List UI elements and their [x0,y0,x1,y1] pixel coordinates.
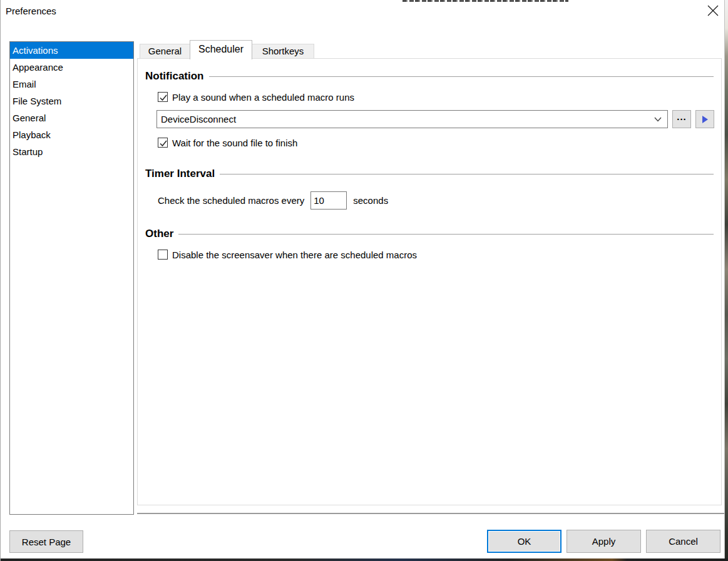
sidebar-item-activations[interactable]: Activations [10,42,133,59]
section-divider [209,76,714,77]
footer-buttons: OK Apply Cancel [487,530,720,553]
play-sound-preview-button[interactable] [695,110,714,128]
tab-shortkeys[interactable]: Shortkeys [252,44,314,59]
background-screen-edge-bottom [1,558,728,561]
background-window-text-clipped [402,0,568,2]
tab-scheduler[interactable]: Scheduler [190,40,252,59]
chevron-down-icon[interactable] [649,117,667,122]
sound-file-combobox[interactable]: DeviceDisconnect [156,110,668,128]
sidebar-item-general[interactable]: General [10,109,133,126]
preferences-dialog: Preferences Activations Appearance Email… [0,0,728,561]
screensaver-label: Disable the screensaver when there are s… [172,250,417,260]
notification-section-header: Notification [145,70,714,83]
sidebar-item-playback[interactable]: Playback [10,126,133,143]
sidebar-item-appearance[interactable]: Appearance [10,59,133,76]
reset-page-button[interactable]: Reset Page [9,530,83,553]
wait-sound-checkbox[interactable] [158,138,168,148]
timer-interval-section-header: Timer Interval [145,168,714,180]
sound-file-row: DeviceDisconnect ... [156,110,721,128]
cancel-button[interactable]: Cancel [646,530,720,553]
tab-general[interactable]: General [140,44,190,59]
timer-interval-input[interactable] [310,191,347,210]
sidebar-item-startup[interactable]: Startup [10,143,133,160]
ok-button[interactable]: OK [487,530,561,553]
category-list: Activations Appearance Email File System… [9,41,134,515]
play-sound-row: Play a sound when a scheduled macro runs [158,91,721,103]
close-icon [707,5,719,19]
other-section-header: Other [145,228,714,240]
timer-interval-row: Check the scheduled macros every seconds [158,191,721,210]
timer-interval-section-title: Timer Interval [145,168,215,180]
play-sound-checkbox[interactable] [158,92,168,102]
dialog-title: Preferences [6,6,56,16]
screensaver-checkbox[interactable] [158,250,168,260]
section-divider [220,174,714,174]
wait-sound-label: Wait for the sound file to finish [172,138,297,148]
ellipsis-icon: ... [677,111,687,122]
play-sound-label: Play a sound when a scheduled macro runs [172,92,354,103]
timer-interval-suffix: seconds [353,195,388,206]
wait-sound-row: Wait for the sound file to finish [158,137,721,148]
apply-button[interactable]: Apply [567,530,641,553]
screensaver-row: Disable the screensaver when there are s… [158,249,721,260]
browse-sound-button[interactable]: ... [672,110,691,128]
play-icon [702,116,708,123]
sidebar-item-email[interactable]: Email [10,76,133,93]
checkmark-icon [159,139,168,148]
other-section-title: Other [145,228,173,240]
scheduler-tab-panel: Notification Play a sound when a schedul… [137,58,722,505]
close-button[interactable] [704,4,722,20]
background-screen-edge [724,0,728,561]
sound-file-value: DeviceDisconnect [157,114,649,124]
timer-interval-prefix: Check the scheduled macros every [158,195,304,206]
sidebar-item-file-system[interactable]: File System [10,93,133,109]
notification-section-title: Notification [145,70,204,83]
checkmark-icon [159,93,168,102]
footer-divider [137,513,725,514]
section-divider [178,234,714,235]
